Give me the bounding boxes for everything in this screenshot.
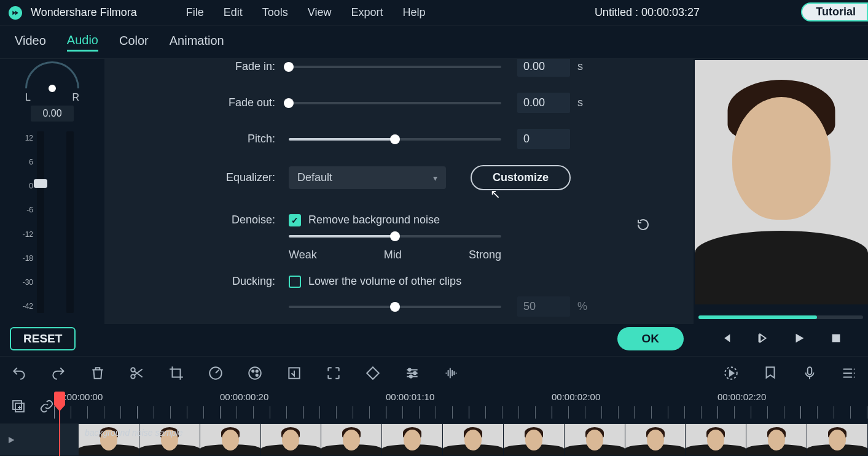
svg-rect-0 bbox=[832, 334, 840, 342]
ducking-label: Ducking: bbox=[104, 275, 289, 288]
add-track-icon[interactable] bbox=[11, 399, 26, 414]
app-logo-icon bbox=[9, 6, 22, 20]
prev-frame-button[interactable] bbox=[719, 331, 732, 345]
ducking-checkbox[interactable] bbox=[289, 276, 301, 288]
svg-rect-13 bbox=[808, 367, 812, 374]
mic-icon[interactable] bbox=[802, 365, 818, 381]
balance-value[interactable]: 0.00 bbox=[31, 106, 74, 122]
svg-point-7 bbox=[256, 374, 258, 376]
ducking-value[interactable]: 50 bbox=[517, 296, 570, 317]
denoise-label: Denoise: bbox=[104, 214, 289, 226]
tutorial-button[interactable]: Tutorial bbox=[801, 2, 868, 21]
svg-point-11 bbox=[410, 375, 412, 377]
stop-button[interactable] bbox=[829, 331, 843, 345]
mixer-icon[interactable] bbox=[841, 365, 857, 381]
delete-icon[interactable] bbox=[90, 365, 106, 381]
audio-properties-panel: Fade in: 0.00 s Fade out: 0.00 s Pitch: … bbox=[104, 59, 694, 354]
balance-gain-panel: LR 0.00 1260-6-12-18-30-42 bbox=[0, 59, 104, 354]
balance-r-label: R bbox=[72, 92, 79, 103]
speed-icon[interactable] bbox=[208, 365, 224, 381]
gain-slider[interactable] bbox=[37, 131, 44, 313]
preview-panel bbox=[694, 59, 868, 354]
ducking-slider[interactable] bbox=[289, 306, 501, 308]
menu-view[interactable]: View bbox=[308, 6, 332, 19]
step-button[interactable] bbox=[756, 331, 769, 345]
track-header[interactable] bbox=[0, 424, 79, 455]
redo-icon[interactable] bbox=[50, 365, 66, 381]
tab-audio[interactable]: Audio bbox=[67, 33, 98, 52]
menu-help[interactable]: Help bbox=[403, 6, 426, 19]
fade-out-label: Fade out: bbox=[104, 96, 289, 109]
menu-file[interactable]: File bbox=[186, 6, 204, 19]
undo-icon[interactable] bbox=[11, 365, 27, 381]
render-icon[interactable] bbox=[723, 365, 739, 381]
fade-out-unit: s bbox=[577, 96, 583, 109]
fade-in-slider[interactable] bbox=[289, 66, 501, 68]
ducking-unit: % bbox=[577, 300, 587, 313]
color-icon[interactable] bbox=[247, 365, 263, 381]
panel-tabs: Video Audio Color Animation bbox=[0, 26, 868, 59]
fade-in-value[interactable]: 0.00 bbox=[517, 59, 570, 77]
denoise-checkbox[interactable]: ✓ bbox=[289, 214, 301, 226]
play-button[interactable] bbox=[792, 331, 806, 345]
fade-out-slider[interactable] bbox=[289, 102, 501, 104]
timeline-toolbar bbox=[0, 356, 868, 389]
gain-meter-bar bbox=[66, 131, 74, 313]
playhead[interactable] bbox=[54, 392, 65, 405]
balance-dial[interactable] bbox=[25, 61, 79, 88]
equalizer-select[interactable]: Default ▾ bbox=[289, 166, 446, 189]
document-title: Untitled : 00:00:03:27 bbox=[595, 6, 700, 19]
audio-wave-icon[interactable] bbox=[444, 365, 459, 381]
clip-label: background noise sample bbox=[85, 428, 183, 438]
marker-icon[interactable] bbox=[762, 365, 778, 381]
svg-point-6 bbox=[256, 370, 258, 372]
pitch-slider[interactable] bbox=[289, 138, 501, 141]
svg-rect-14 bbox=[13, 401, 22, 409]
preview-progress[interactable] bbox=[698, 315, 863, 319]
keyframe-icon[interactable] bbox=[365, 365, 381, 381]
fade-out-value[interactable]: 0.00 bbox=[517, 93, 570, 113]
denoise-strong-label: Strong bbox=[469, 249, 501, 261]
timeline-ruler[interactable]: 00:00:00:00 00:00:00:20 00:00:01:10 00:0… bbox=[54, 389, 868, 423]
split-icon[interactable] bbox=[129, 365, 145, 381]
crop-icon[interactable] bbox=[168, 365, 184, 381]
denoise-weak-label: Weak bbox=[289, 249, 317, 261]
tab-animation[interactable]: Animation bbox=[170, 34, 224, 50]
gain-scale: 1260-6-12-18-30-42 bbox=[0, 131, 37, 313]
balance-l-label: L bbox=[25, 92, 31, 103]
reset-button[interactable]: RESET bbox=[10, 327, 76, 350]
denoise-mid-label: Mid bbox=[384, 249, 402, 261]
equalizer-label: Equalizer: bbox=[104, 171, 289, 184]
menu-edit[interactable]: Edit bbox=[224, 6, 243, 19]
svg-point-5 bbox=[252, 370, 254, 372]
video-track[interactable]: background noise sample bbox=[0, 423, 868, 455]
equalizer-selected: Default bbox=[297, 171, 332, 184]
pitch-value[interactable]: 0 bbox=[517, 129, 570, 149]
timeline: 00:00:00:00 00:00:00:20 00:00:01:10 00:0… bbox=[0, 389, 868, 456]
tab-video[interactable]: Video bbox=[15, 34, 46, 50]
link-icon[interactable] bbox=[39, 399, 54, 414]
fade-in-unit: s bbox=[577, 60, 583, 73]
expand-icon[interactable] bbox=[326, 365, 342, 381]
menu-tools[interactable]: Tools bbox=[262, 6, 288, 19]
adjust-icon[interactable] bbox=[404, 365, 420, 381]
svg-point-10 bbox=[413, 371, 416, 374]
menu-bar: File Edit Tools View Export Help bbox=[186, 6, 426, 19]
ok-button[interactable]: OK bbox=[617, 327, 684, 350]
green-screen-icon[interactable] bbox=[286, 365, 302, 381]
pitch-label: Pitch: bbox=[104, 133, 289, 145]
app-title: Wondershare Filmora bbox=[31, 6, 137, 19]
ducking-checkbox-label: Lower the volume of other clips bbox=[308, 275, 461, 288]
menu-export[interactable]: Export bbox=[351, 6, 383, 19]
customize-button[interactable]: Customize bbox=[471, 165, 571, 190]
svg-point-4 bbox=[249, 367, 261, 379]
tab-color[interactable]: Color bbox=[119, 34, 149, 50]
denoise-slider[interactable] bbox=[289, 235, 501, 238]
title-bar: Wondershare Filmora File Edit Tools View… bbox=[0, 0, 868, 26]
reset-icon[interactable] bbox=[636, 217, 651, 232]
denoise-checkbox-label: Remove background noise bbox=[308, 214, 440, 226]
chevron-down-icon: ▾ bbox=[433, 173, 437, 183]
svg-point-9 bbox=[409, 368, 411, 371]
preview-viewport[interactable] bbox=[695, 60, 868, 304]
video-clip[interactable]: background noise sample bbox=[79, 424, 868, 455]
